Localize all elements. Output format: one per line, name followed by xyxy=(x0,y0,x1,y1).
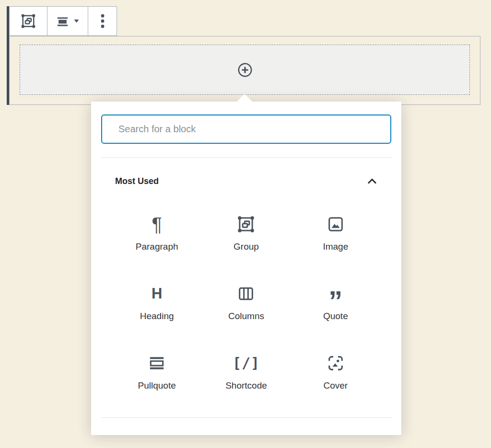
block-item-columns[interactable]: Columns xyxy=(201,267,291,337)
more-options-button[interactable] xyxy=(88,7,117,35)
block-item-label: Cover xyxy=(323,380,348,391)
quote-icon: ” xyxy=(325,290,347,312)
section-title: Most Used xyxy=(115,176,159,186)
block-item-group[interactable]: Group xyxy=(201,198,291,267)
popover-arrow xyxy=(237,94,252,102)
columns-icon xyxy=(235,283,257,305)
divider xyxy=(101,417,391,418)
block-item-label: Group xyxy=(234,241,259,252)
change-alignment-button[interactable] xyxy=(47,7,88,35)
block-item-cover[interactable]: Cover xyxy=(291,337,380,406)
heading-icon: H xyxy=(146,283,168,305)
cover-icon xyxy=(325,352,347,374)
most-used-section-header[interactable]: Most Used xyxy=(91,169,401,193)
block-item-label: Pullquote xyxy=(138,380,176,391)
block-item-heading[interactable]: H Heading xyxy=(112,267,201,337)
align-icon xyxy=(56,15,69,28)
block-item-label: Shortcode xyxy=(225,380,267,391)
ellipsis-icon xyxy=(100,12,105,30)
block-item-shortcode[interactable]: [/] Shortcode xyxy=(201,337,291,406)
block-search-input[interactable] xyxy=(101,115,391,144)
block-toolbar xyxy=(9,6,117,36)
block-item-pullquote[interactable]: Pullquote xyxy=(112,337,201,406)
block-type-grid: ¶ Paragraph Group xyxy=(91,198,401,406)
block-item-label: Paragraph xyxy=(136,241,178,252)
group-block-placeholder[interactable] xyxy=(20,45,470,95)
group-block-button[interactable] xyxy=(10,7,47,35)
chevron-down-icon xyxy=(74,19,79,23)
block-item-quote[interactable]: ” Quote xyxy=(291,267,380,337)
block-item-paragraph[interactable]: ¶ Paragraph xyxy=(112,198,201,267)
block-item-label: Image xyxy=(323,241,348,252)
group-icon xyxy=(235,213,257,235)
block-item-label: Columns xyxy=(228,311,264,322)
plus-circle-icon xyxy=(237,62,253,78)
shortcode-icon: [/] xyxy=(235,352,257,374)
group-icon xyxy=(20,12,37,30)
chevron-up-icon[interactable] xyxy=(367,178,377,184)
block-item-label: Heading xyxy=(140,311,174,322)
block-item-image[interactable]: Image xyxy=(291,198,380,267)
paragraph-icon: ¶ xyxy=(146,213,168,235)
image-icon xyxy=(325,213,347,235)
divider xyxy=(101,157,391,158)
pullquote-icon xyxy=(146,352,168,374)
block-inserter-popover: Most Used ¶ Paragraph xyxy=(91,102,401,435)
add-block-button[interactable] xyxy=(236,61,254,79)
